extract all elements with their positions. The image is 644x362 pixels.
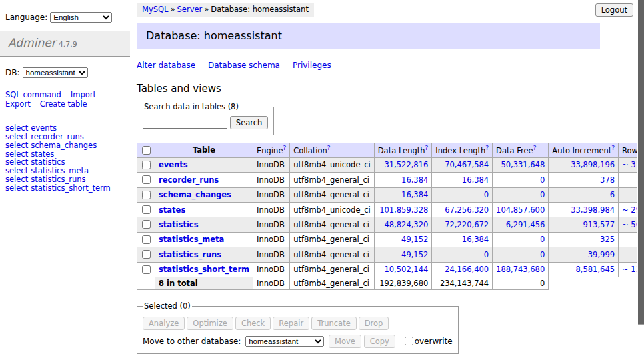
auto-increment-cell[interactable]: 33,398,984	[549, 203, 619, 217]
sidebar-link-sql-command[interactable]: SQL command	[5, 90, 61, 99]
privileges-link[interactable]: Privileges	[293, 61, 331, 70]
row-checkbox-schema-changes[interactable]	[142, 191, 151, 199]
sidebar-select-schema-changes[interactable]: select	[5, 141, 28, 150]
auto-increment-cell[interactable]: 6	[549, 187, 619, 202]
repair-button[interactable]: Repair	[273, 317, 309, 330]
index-length-cell[interactable]: 0	[432, 247, 493, 262]
help-link[interactable]: ?	[283, 145, 286, 151]
help-link[interactable]: ?	[425, 145, 429, 151]
move-button[interactable]: Move	[329, 335, 361, 348]
language-select[interactable]: English	[50, 12, 112, 23]
check-button[interactable]: Check	[235, 317, 271, 330]
logout-button[interactable]: Logout	[595, 3, 633, 17]
selected-fieldset: Selected (0) AnalyzeOptimizeCheckRepairT…	[137, 301, 459, 353]
data-free-cell[interactable]: 0	[493, 173, 549, 187]
sidebar-actions: SQL commandImportExportCreate table	[0, 85, 130, 115]
auto-increment-cell[interactable]: 8,581,645	[549, 262, 619, 277]
sidebar-select-recorder-runs[interactable]: select	[5, 132, 28, 141]
table-link-events[interactable]: events	[159, 160, 188, 169]
column-header-collation: Collation?	[290, 143, 375, 157]
breadcrumb-separator: »	[204, 5, 209, 14]
adminer-logo: Adminer4.7.9	[0, 31, 130, 57]
row-checkbox-states[interactable]	[142, 205, 151, 214]
table-link-statistics-meta[interactable]: statistics_meta	[159, 235, 224, 244]
collation-cell: utf8mb4_general_ci	[290, 247, 375, 262]
database-schema-link[interactable]: Database schema	[208, 61, 280, 70]
data-free-cell[interactable]: 0	[493, 187, 549, 202]
row-checkbox-events[interactable]	[142, 161, 151, 169]
data-length-cell[interactable]: 48,824,320	[374, 217, 432, 232]
help-link[interactable]: ?	[327, 145, 331, 151]
breadcrumb-server-link[interactable]: Server	[177, 5, 203, 14]
select-all-checkbox[interactable]	[142, 146, 151, 155]
collation-cell: utf8mb4_general_ci	[290, 262, 375, 277]
index-length-cell[interactable]: 72,220,672	[432, 217, 493, 232]
auto-increment-cell[interactable]: 325	[549, 232, 619, 247]
scrollbar-track[interactable]	[637, 0, 644, 362]
overwrite-checkbox[interactable]	[405, 337, 413, 345]
analyze-button[interactable]: Analyze	[143, 317, 185, 330]
data-free-cell[interactable]: 104,857,600	[493, 203, 549, 217]
data-length-cell[interactable]: 16,384	[374, 173, 432, 187]
row-checkbox-recorder-runs[interactable]	[142, 175, 151, 184]
data-length-cell[interactable]: 31,522,816	[374, 157, 432, 172]
sidebar-select-statistics-runs[interactable]: select	[5, 175, 28, 184]
adminer-home-link[interactable]: Adminer	[8, 36, 56, 49]
search-input[interactable]	[143, 117, 227, 129]
sidebar-table-statistics-short-term[interactable]: statistics_short_term	[31, 183, 111, 193]
index-length-cell[interactable]: 16,384	[432, 173, 493, 187]
total-data-length-cell: 192,839,680	[374, 277, 432, 289]
row-checkbox-statistics-meta[interactable]	[142, 235, 151, 244]
data-free-cell[interactable]: 6,291,456	[493, 217, 549, 232]
table-link-statistics-short-term[interactable]: statistics_short_term	[159, 265, 249, 274]
breadcrumb-mysql-link[interactable]: MySQL	[142, 5, 169, 14]
table-link-states[interactable]: states	[159, 205, 185, 215]
auto-increment-cell[interactable]: 39,999	[549, 247, 619, 262]
move-db-select[interactable]: homeassistant	[245, 336, 324, 347]
data-free-cell[interactable]: 0	[493, 247, 549, 262]
help-link[interactable]: ?	[533, 145, 537, 151]
data-length-cell[interactable]: 101,859,328	[374, 203, 432, 217]
auto-increment-cell[interactable]: 913,577	[549, 217, 619, 232]
optimize-button[interactable]: Optimize	[187, 317, 233, 330]
table-name-cell: recorder_runs	[155, 173, 253, 187]
table-link-recorder-runs[interactable]: recorder_runs	[159, 175, 219, 185]
row-checkbox-statistics-short-term[interactable]	[142, 265, 151, 274]
data-free-cell[interactable]: 50,331,648	[493, 157, 549, 172]
sidebar-select-statistics-short-term[interactable]: select	[5, 183, 28, 193]
help-link[interactable]: ?	[611, 145, 615, 151]
copy-button[interactable]: Copy	[364, 335, 395, 348]
row-checkbox-statistics-runs[interactable]	[142, 250, 151, 259]
column-header-data-length: Data Length?	[374, 143, 432, 157]
index-length-cell[interactable]: 70,467,584	[432, 157, 493, 172]
index-length-cell[interactable]: 0	[432, 187, 493, 202]
sidebar-link-export[interactable]: Export	[5, 99, 31, 109]
table-link-statistics[interactable]: statistics	[159, 220, 199, 229]
alter-database-link[interactable]: Alter database	[137, 61, 195, 70]
table-link-statistics-runs[interactable]: statistics_runs	[159, 250, 221, 259]
table-name-cell: states	[155, 203, 253, 217]
auto-increment-cell[interactable]: 378	[549, 173, 619, 187]
auto-increment-cell[interactable]: 33,898,196	[549, 157, 619, 172]
table-link-schema-changes[interactable]: schema_changes	[159, 190, 231, 199]
index-length-cell[interactable]: 16,384	[432, 232, 493, 247]
adminer-version: 4.7.9	[59, 40, 77, 49]
scrollbar-thumb[interactable]	[638, 0, 644, 325]
data-length-cell[interactable]: 10,502,144	[374, 262, 432, 277]
data-free-cell[interactable]: 188,743,680	[493, 262, 549, 277]
help-link[interactable]: ?	[485, 145, 489, 151]
index-length-cell[interactable]: 24,166,400	[432, 262, 493, 277]
breadcrumb-current: Database: homeassistant	[211, 5, 309, 14]
data-length-cell[interactable]: 49,152	[374, 247, 432, 262]
sidebar-link-create-table[interactable]: Create table	[40, 99, 87, 109]
search-button[interactable]: Search	[230, 116, 269, 129]
data-length-cell[interactable]: 49,152	[374, 232, 432, 247]
sidebar-link-import[interactable]: Import	[71, 90, 96, 99]
index-length-cell[interactable]: 67,256,320	[432, 203, 493, 217]
drop-button[interactable]: Drop	[359, 317, 389, 330]
truncate-button[interactable]: Truncate	[311, 317, 357, 330]
db-select[interactable]: homeassistant	[23, 67, 88, 78]
data-free-cell[interactable]: 0	[493, 232, 549, 247]
data-length-cell[interactable]: 16,384	[374, 187, 432, 202]
row-checkbox-statistics[interactable]	[142, 220, 151, 229]
